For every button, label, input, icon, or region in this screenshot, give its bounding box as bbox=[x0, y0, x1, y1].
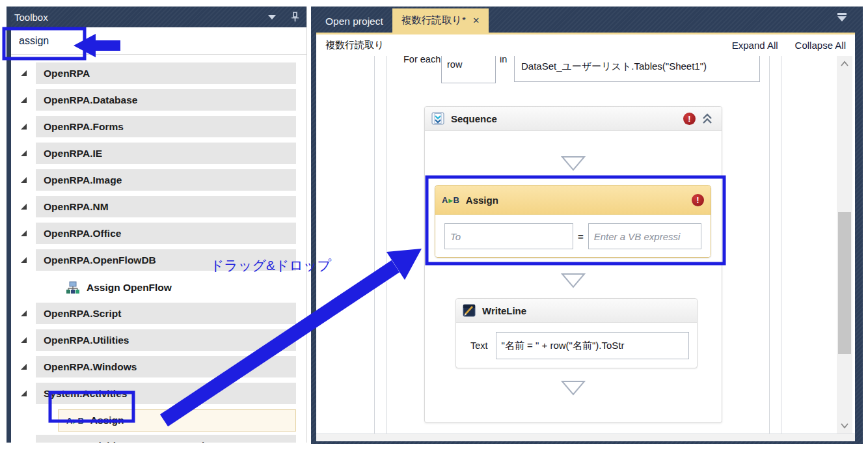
toolbox-item-assign-openflow[interactable]: Assign OpenFlow bbox=[11, 276, 296, 299]
expander-icon[interactable] bbox=[11, 116, 36, 137]
close-icon[interactable]: ✕ bbox=[472, 16, 480, 25]
tab-workflow-active[interactable]: 複数行読取り* ✕ bbox=[392, 8, 489, 33]
category-label: OpenRPA bbox=[36, 62, 296, 84]
workflow-document: 複数行読取り Expand All Collapse All For each … bbox=[316, 33, 855, 441]
expander-icon[interactable] bbox=[11, 435, 36, 443]
drop-target-triangle[interactable] bbox=[560, 272, 586, 289]
expander-icon[interactable] bbox=[11, 89, 36, 111]
toolbox-panel: Toolbox OpenRPA OpenRPA.Database bbox=[7, 7, 307, 443]
toolbox-category-system-activities[interactable]: System.Activities bbox=[11, 383, 296, 404]
breadcrumb-row: 複数行読取り Expand All Collapse All bbox=[316, 34, 855, 56]
expander-icon[interactable] bbox=[11, 329, 36, 351]
toolbox-item-assign[interactable]: A ▸ B Assign bbox=[58, 409, 296, 432]
writeline-activity[interactable]: WriteLine Text "名前 = " + row("名前").ToStr bbox=[455, 298, 698, 368]
assign-icon-arrow: ▸ bbox=[73, 417, 77, 426]
writeline-text-label: Text bbox=[470, 340, 488, 351]
window-overflow-icon[interactable] bbox=[837, 13, 847, 21]
tab-open-project[interactable]: Open project bbox=[316, 10, 392, 33]
toolbox-category-office[interactable]: OpenRPA.Office bbox=[11, 223, 296, 244]
toolbox-category-database[interactable]: OpenRPA.Database bbox=[11, 89, 296, 111]
expand-all-button[interactable]: Expand All bbox=[732, 40, 778, 51]
expander-icon[interactable] bbox=[11, 62, 36, 84]
assign-body: To = Enter a VB expressi bbox=[435, 215, 711, 258]
toolbox-category-core-presentation[interactable]: System.Activities.Core.Presentation bbox=[11, 435, 296, 443]
sequence-header[interactable]: Sequence ! bbox=[425, 107, 722, 131]
category-label: OpenRPA.OpenFlowDB bbox=[36, 249, 296, 271]
category-label: OpenRPA.Office bbox=[36, 223, 296, 244]
toolbox-tree: OpenRPA OpenRPA.Database OpenRPA.Forms O… bbox=[11, 59, 307, 443]
toolbox-titlebar: Toolbox bbox=[7, 7, 307, 27]
sequence-activity[interactable]: Sequence ! bbox=[424, 106, 722, 423]
assign-icon-b: B bbox=[77, 416, 83, 426]
vertical-scrollbar[interactable] bbox=[837, 56, 852, 433]
workflow-canvas: For each row in DataSet_ユーザーリスト.Tables("… bbox=[316, 56, 855, 441]
toolbox-category-windows[interactable]: OpenRPA.Windows bbox=[11, 356, 296, 378]
toolbox-category-script[interactable]: OpenRPA.Script bbox=[11, 303, 296, 324]
equals-sign: = bbox=[578, 231, 584, 242]
scrollbar-thumb[interactable] bbox=[838, 212, 851, 354]
scroll-up-icon[interactable] bbox=[837, 57, 852, 70]
category-label: OpenRPA.Database bbox=[36, 89, 296, 111]
category-label: System.Activities bbox=[36, 383, 296, 404]
category-label: OpenRPA.Image bbox=[36, 169, 296, 191]
expander-icon[interactable] bbox=[11, 223, 36, 244]
tabbar: Open project 複数行読取り* ✕ bbox=[316, 7, 855, 33]
toolbox-category-image[interactable]: OpenRPA.Image bbox=[11, 169, 296, 191]
writeline-header[interactable]: WriteLine bbox=[456, 299, 697, 323]
toolbox-category-openrpa[interactable]: OpenRPA bbox=[11, 62, 296, 84]
assign-icon-a: A bbox=[442, 195, 448, 205]
expander-icon[interactable] bbox=[11, 383, 36, 404]
assign-icon-arrow: ▸ bbox=[448, 196, 452, 205]
toolbox-search-row bbox=[11, 27, 307, 55]
error-badge[interactable]: ! bbox=[692, 194, 704, 206]
expander-icon[interactable] bbox=[11, 303, 36, 324]
expander-icon[interactable] bbox=[11, 169, 36, 191]
sequence-icon bbox=[431, 112, 444, 125]
panel-menu-chevron-icon[interactable] bbox=[268, 15, 276, 20]
drop-target-triangle[interactable] bbox=[560, 379, 586, 396]
expander-icon[interactable] bbox=[11, 143, 36, 164]
toolbox-item-label: Assign OpenFlow bbox=[87, 282, 172, 294]
foreach-body-border-left bbox=[386, 56, 387, 433]
sequence-title: Sequence bbox=[451, 113, 683, 124]
assign-icon: A ▸ B bbox=[442, 195, 459, 205]
category-label: OpenRPA.Utilities bbox=[36, 329, 296, 351]
toolbox-category-utilities[interactable]: OpenRPA.Utilities bbox=[11, 329, 296, 351]
drop-target-triangle[interactable] bbox=[560, 155, 586, 172]
toolbox-category-ie[interactable]: OpenRPA.IE bbox=[11, 143, 296, 164]
writeline-text-value: "名前 = " + row("名前").ToStr bbox=[502, 340, 625, 352]
toolbox-category-openflowdb[interactable]: OpenRPA.OpenFlowDB bbox=[11, 249, 296, 271]
toolbox-category-nm[interactable]: OpenRPA.NM bbox=[11, 196, 296, 217]
collapse-chevron-icon[interactable] bbox=[699, 111, 715, 126]
error-badge[interactable]: ! bbox=[683, 113, 696, 125]
toolbox-search-input[interactable] bbox=[11, 27, 307, 54]
expander-icon[interactable] bbox=[11, 196, 36, 217]
assign-header[interactable]: A ▸ B Assign ! bbox=[435, 185, 711, 215]
foreach-expression-input[interactable]: DataSet_ユーザーリスト.Tables("Sheet1") bbox=[514, 56, 760, 82]
collapse-all-button[interactable]: Collapse All bbox=[795, 40, 846, 51]
expander-icon[interactable] bbox=[11, 249, 36, 271]
expander-icon[interactable] bbox=[11, 356, 36, 378]
toolbox-item-label: Assign bbox=[90, 415, 124, 426]
writeline-title: WriteLine bbox=[482, 305, 690, 316]
assign-value-placeholder: Enter a VB expressi bbox=[594, 231, 681, 242]
assign-to-input[interactable]: To bbox=[444, 223, 573, 249]
assign-to-placeholder: To bbox=[450, 231, 461, 242]
writeline-body: Text "名前 = " + row("名前").ToStr bbox=[456, 323, 697, 368]
designer-panel: Open project 複数行読取り* ✕ 複数行読取り Expand All… bbox=[311, 7, 863, 444]
toolbox-title: Toolbox bbox=[14, 12, 48, 23]
category-label: OpenRPA.Forms bbox=[36, 116, 296, 137]
assign-activity[interactable]: A ▸ B Assign ! To = Enter a VB exp bbox=[435, 185, 711, 258]
toolbox-category-forms[interactable]: OpenRPA.Forms bbox=[11, 116, 296, 137]
openrpa-window: Toolbox OpenRPA OpenRPA.Database bbox=[0, 0, 868, 453]
scroll-down-icon[interactable] bbox=[837, 419, 852, 432]
assign-icon: A ▸ B bbox=[66, 416, 84, 426]
horizontal-scrollbar[interactable] bbox=[316, 433, 855, 441]
writeline-text-input[interactable]: "名前 = " + row("名前").ToStr bbox=[496, 332, 689, 359]
foreach-variable-input[interactable]: row bbox=[441, 56, 496, 83]
category-label: System.Activities.Core.Presentation bbox=[36, 435, 296, 443]
assign-icon-a: A bbox=[66, 416, 72, 426]
pin-icon[interactable] bbox=[290, 12, 299, 22]
openflow-icon bbox=[66, 281, 80, 294]
assign-value-input[interactable]: Enter a VB expressi bbox=[588, 223, 701, 249]
